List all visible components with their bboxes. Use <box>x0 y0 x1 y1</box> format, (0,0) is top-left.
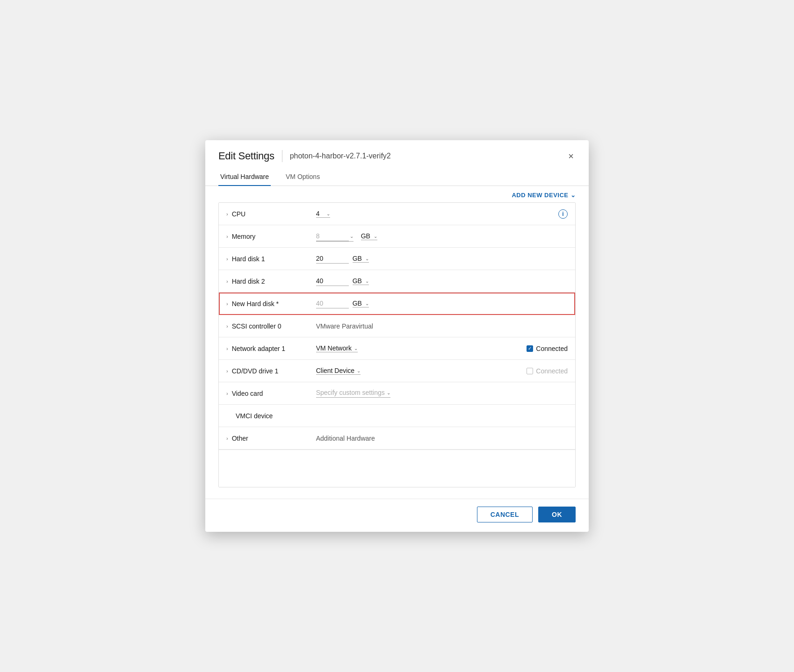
dialog-title: Edit Settings <box>218 150 274 162</box>
hard-disk-2-controls: GB MB ⌄ <box>316 276 568 286</box>
add-new-device-button[interactable]: ADD NEW DEVICE ⌄ <box>512 192 576 199</box>
memory-unit-select[interactable]: GB MB <box>361 232 373 240</box>
vmci-device-row: VMCI device <box>219 405 575 427</box>
memory-row: › Memory ⌄ GB MB ⌄ <box>219 225 575 248</box>
hard-disk-1-label: Hard disk 1 <box>232 255 316 263</box>
empty-area <box>219 450 575 487</box>
new-hard-disk-unit-wrapper: GB MB ⌄ <box>353 300 369 307</box>
cd-dvd-expand-icon[interactable]: › <box>226 368 228 374</box>
hard-disk-1-unit-select[interactable]: GB MB <box>353 255 364 262</box>
hard-disk-2-row: › Hard disk 2 GB MB ⌄ <box>219 270 575 293</box>
chevron-down-icon: ⌄ <box>570 192 576 199</box>
cd-dvd-connected-checkbox[interactable] <box>527 368 533 374</box>
cancel-button[interactable]: CANCEL <box>477 507 533 522</box>
cpu-controls: 4 2 8 16 ⌄ <box>316 210 558 218</box>
scsi-value: VMware Paravirtual <box>316 322 373 330</box>
memory-expand-icon[interactable]: › <box>226 234 228 239</box>
dialog-body: ADD NEW DEVICE ⌄ › CPU 4 2 8 16 <box>205 186 589 497</box>
hard-disk-2-input[interactable] <box>316 276 349 286</box>
cd-dvd-select-wrapper: Client Device ⌄ <box>316 367 361 375</box>
hard-disk-2-unit-select[interactable]: GB MB <box>353 277 364 285</box>
new-hard-disk-input[interactable] <box>316 299 349 308</box>
hard-disk-1-expand-icon[interactable]: › <box>226 256 228 262</box>
scsi-expand-icon[interactable]: › <box>226 323 228 329</box>
hard-disk-1-input[interactable] <box>316 254 349 264</box>
network-chevron-icon: ⌄ <box>354 346 358 351</box>
memory-unit-chevron-icon: ⌄ <box>374 234 377 239</box>
cpu-select[interactable]: 4 2 8 16 <box>316 210 325 217</box>
new-hard-disk-expand-icon[interactable]: › <box>226 301 228 307</box>
video-card-label: Video card <box>232 390 316 397</box>
edit-settings-dialog: Edit Settings photon-4-harbor-v2.7.1-ver… <box>205 140 589 532</box>
cd-dvd-connected-checkbox-row: Connected <box>527 367 568 375</box>
other-expand-icon[interactable]: › <box>226 436 228 441</box>
cpu-info-icon[interactable]: i <box>558 209 568 219</box>
memory-input[interactable] <box>316 231 349 241</box>
network-connected-checkbox[interactable] <box>527 345 533 352</box>
scsi-controls: VMware Paravirtual <box>316 322 568 330</box>
network-expand-icon[interactable]: › <box>226 346 228 351</box>
cpu-chevron-icon: ⌄ <box>326 211 330 216</box>
cpu-value-wrapper: 4 2 8 16 ⌄ <box>316 210 330 218</box>
new-hard-disk-unit-select[interactable]: GB MB <box>353 300 364 307</box>
cd-dvd-row: › CD/DVD drive 1 Client Device ⌄ Connect… <box>219 360 575 382</box>
tab-bar: Virtual Hardware VM Options <box>205 168 589 186</box>
cpu-right: i <box>558 209 568 219</box>
other-value: Additional Hardware <box>316 435 375 442</box>
other-label: Other <box>232 435 316 442</box>
network-select[interactable]: VM Network <box>316 344 354 352</box>
hard-disk-2-unit-wrapper: GB MB ⌄ <box>353 277 369 285</box>
cd-dvd-connected-label: Connected <box>536 367 568 375</box>
vm-name: photon-4-harbor-v2.7.1-verify2 <box>290 152 391 160</box>
other-row: › Other Additional Hardware <box>219 427 575 450</box>
video-card-expand-icon[interactable]: › <box>226 391 228 396</box>
tab-virtual-hardware[interactable]: Virtual Hardware <box>218 168 271 186</box>
tab-vm-options[interactable]: VM Options <box>284 168 322 186</box>
cd-dvd-right: Connected <box>527 367 568 375</box>
cd-dvd-select[interactable]: Client Device <box>316 367 357 374</box>
cpu-row: › CPU 4 2 8 16 ⌄ i <box>219 203 575 225</box>
network-right: Connected <box>527 345 568 352</box>
dialog-header: Edit Settings photon-4-harbor-v2.7.1-ver… <box>205 140 589 163</box>
scsi-label: SCSI controller 0 <box>232 322 316 330</box>
video-card-controls: Specify custom settings ⌄ <box>316 389 568 398</box>
add-device-bar: ADD NEW DEVICE ⌄ <box>218 186 576 202</box>
video-card-chevron-icon: ⌄ <box>387 390 390 395</box>
video-card-dropdown[interactable]: Specify custom settings ⌄ <box>316 389 390 398</box>
cd-dvd-controls: Client Device ⌄ <box>316 367 527 375</box>
network-controls: VM Network ⌄ <box>316 344 527 352</box>
network-label: Network adapter 1 <box>232 345 316 352</box>
dialog-footer: CANCEL OK <box>205 499 589 532</box>
new-hard-disk-row: › New Hard disk * GB MB ⌄ <box>219 293 575 315</box>
memory-controls: ⌄ GB MB ⌄ <box>316 231 568 242</box>
cd-dvd-label: CD/DVD drive 1 <box>232 367 316 375</box>
cd-dvd-chevron-icon: ⌄ <box>357 368 361 373</box>
hardware-table: › CPU 4 2 8 16 ⌄ i <box>218 202 576 487</box>
network-select-wrapper: VM Network ⌄ <box>316 344 358 352</box>
network-adapter-row: › Network adapter 1 VM Network ⌄ Connect… <box>219 337 575 360</box>
hard-disk-1-controls: GB MB ⌄ <box>316 254 568 264</box>
network-connected-checkbox-row: Connected <box>527 345 568 352</box>
scsi-controller-row: › SCSI controller 0 VMware Paravirtual <box>219 315 575 337</box>
ok-button[interactable]: OK <box>538 507 576 522</box>
memory-label: Memory <box>232 233 316 240</box>
cpu-expand-icon[interactable]: › <box>226 211 228 217</box>
memory-value-wrapper: ⌄ <box>316 231 354 242</box>
memory-chevron-icon: ⌄ <box>350 234 354 239</box>
hard-disk-2-expand-icon[interactable]: › <box>226 279 228 284</box>
header-divider <box>282 150 282 162</box>
network-connected-label: Connected <box>536 345 568 352</box>
hard-disk-2-chevron-icon: ⌄ <box>365 279 369 284</box>
hard-disk-2-label: Hard disk 2 <box>232 278 316 285</box>
new-hard-disk-chevron-icon: ⌄ <box>365 301 369 306</box>
hard-disk-1-row: › Hard disk 1 GB MB ⌄ <box>219 248 575 270</box>
memory-unit-wrapper: GB MB ⌄ <box>361 232 377 240</box>
vmci-device-label: VMCI device <box>226 412 310 420</box>
new-hard-disk-controls: GB MB ⌄ <box>316 299 568 308</box>
hard-disk-1-chevron-icon: ⌄ <box>365 256 369 261</box>
other-controls: Additional Hardware <box>316 435 568 442</box>
hard-disk-1-unit-wrapper: GB MB ⌄ <box>353 255 369 263</box>
close-button[interactable]: × <box>566 150 576 163</box>
cpu-label: CPU <box>232 210 316 218</box>
video-card-row: › Video card Specify custom settings ⌄ <box>219 382 575 405</box>
